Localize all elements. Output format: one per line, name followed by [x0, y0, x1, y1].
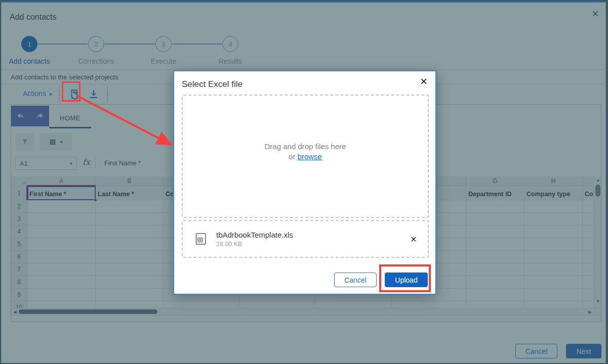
modal-close-icon[interactable]: × — [420, 75, 427, 87]
dropzone-or-text: or — [289, 152, 298, 161]
select-excel-file-modal: Select Excel file × Drag and drop files … — [173, 70, 436, 295]
modal-title: Select Excel file — [182, 79, 242, 89]
remove-file-icon[interactable]: × — [411, 234, 417, 244]
screen: Add contacts × 1 2 3 4 Add contacts Corr… — [0, 0, 608, 364]
file-info: tbAdrbookTemplate.xls 28.00 KB — [216, 231, 293, 248]
file-dropzone[interactable]: Drag and drop files here or browse — [182, 95, 429, 218]
file-name: tbAdrbookTemplate.xls — [216, 231, 293, 239]
browse-link[interactable]: browse — [298, 152, 322, 161]
modal-upload-button[interactable]: Upload — [385, 272, 428, 287]
dropzone-text: Drag and drop files here — [183, 142, 428, 151]
file-size: 28.00 KB — [216, 241, 293, 248]
modal-cancel-button[interactable]: Cancel — [334, 272, 377, 287]
spreadsheet-file-icon — [194, 232, 208, 246]
dropzone-or-browse: or browse — [183, 152, 428, 161]
selected-file-row: tbAdrbookTemplate.xls 28.00 KB × — [182, 220, 429, 258]
